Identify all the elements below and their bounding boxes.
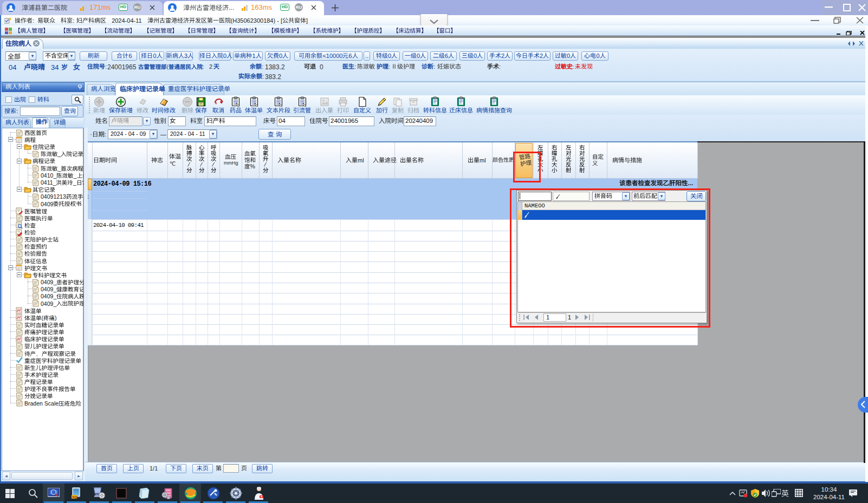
svg-text:SQL: SQL xyxy=(72,495,79,499)
